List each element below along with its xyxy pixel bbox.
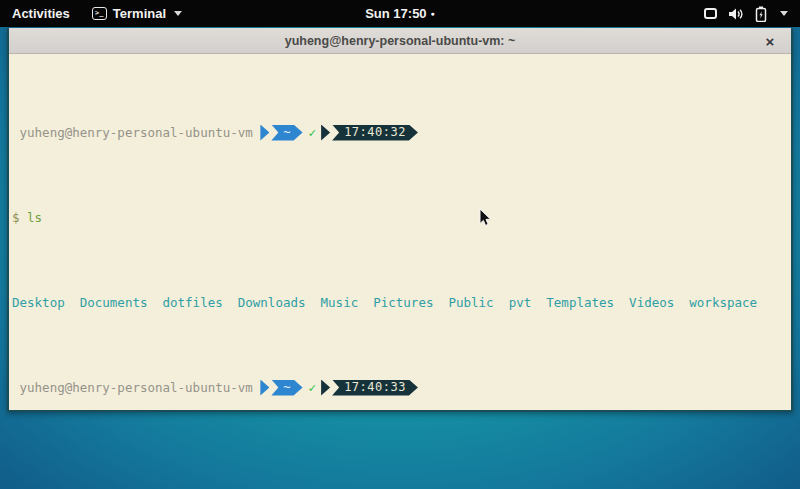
status-check-icon: ✓ [303, 379, 322, 396]
directory-list: Desktop Documents dotfiles Downloads Mus… [12, 294, 757, 311]
app-menu-terminal[interactable]: >_ Terminal [82, 0, 192, 27]
prompt-username: yuheng@henry-personal-ubuntu-vm [12, 124, 260, 141]
window-title: yuheng@henry-personal-ubuntu-vm: ~ [9, 34, 791, 48]
prompt-line-2: yuheng@henry-personal-ubuntu-vm ~ ✓ 17:4… [12, 379, 788, 396]
prompt-username: yuheng@henry-personal-ubuntu-vm [12, 379, 260, 396]
chevron-down-icon [780, 11, 788, 16]
powerline-arrow-icon [260, 380, 269, 396]
prompt-time-segment: 17:40:33 [332, 380, 418, 396]
prompt-directory: ~ [283, 379, 290, 396]
typed-command: ls [27, 209, 42, 226]
powerline-arrow-icon [321, 380, 330, 396]
activities-button[interactable]: Activities [0, 0, 82, 27]
terminal-app-icon: >_ [92, 7, 107, 20]
terminal-titlebar[interactable]: yuheng@henry-personal-ubuntu-vm: ~ × [9, 28, 791, 54]
powerline-arrow-icon [321, 125, 330, 141]
battery-charging-icon [755, 6, 767, 22]
ls-output-line: Desktop Documents dotfiles Downloads Mus… [12, 294, 788, 311]
gnome-top-bar: Activities >_ Terminal Sun 17:50 ● [0, 0, 800, 27]
prompt-timestamp: 17:40:32 [344, 124, 406, 141]
terminal-content[interactable]: yuheng@henry-personal-ubuntu-vm ~ ✓ 17:4… [9, 54, 791, 410]
prompt-directory: ~ [283, 124, 290, 141]
clock-button[interactable]: Sun 17:50 ● [365, 6, 435, 21]
volume-icon [728, 7, 744, 21]
terminal-window: yuheng@henry-personal-ubuntu-vm: ~ × yuh… [7, 28, 793, 412]
powerline-arrow-icon [260, 125, 269, 141]
notification-dot-icon: ● [431, 10, 435, 17]
close-icon: × [766, 33, 775, 50]
prompt-dollar: $ [12, 209, 20, 226]
prompt-line-1: yuheng@henry-personal-ubuntu-vm ~ ✓ 17:4… [12, 124, 788, 141]
screen-icon [704, 8, 717, 19]
app-menu-label: Terminal [113, 6, 166, 21]
clock-label: Sun 17:50 [365, 6, 426, 21]
status-check-icon: ✓ [303, 124, 322, 141]
close-button[interactable]: × [759, 28, 781, 54]
prompt-time-segment: 17:40:32 [332, 125, 418, 141]
chevron-down-icon [174, 11, 182, 16]
prompt-directory-segment: ~ [271, 125, 302, 141]
prompt-timestamp: 17:40:33 [344, 379, 406, 396]
prompt-directory-segment: ~ [271, 380, 302, 396]
system-status-area[interactable] [698, 0, 794, 27]
command-line: $ ls [12, 209, 788, 226]
activities-label: Activities [12, 6, 70, 21]
